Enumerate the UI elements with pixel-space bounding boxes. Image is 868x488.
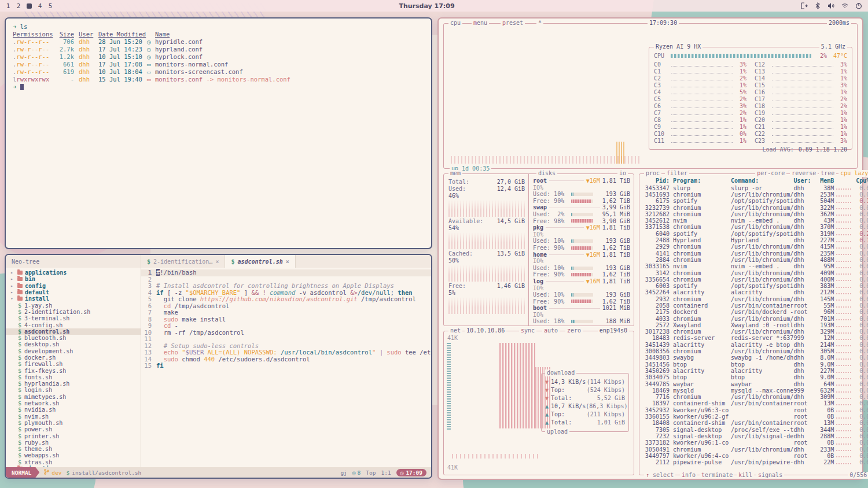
tree-item-file[interactable]: $2-identification.sh (6, 309, 141, 315)
process-row[interactable]: 3451693chromium/usr/lib/chromium/dhh253M… (643, 191, 868, 198)
tree-item-file[interactable]: $mimetypes.sh (6, 394, 141, 400)
buffer-tab[interactable]: $2-identification…× (141, 255, 225, 268)
tree-item-file[interactable]: $ruby.sh (6, 439, 141, 446)
process-row[interactable]: 3356654chromium/usr/lib/chromium/dhh400M… (643, 276, 868, 283)
volume-icon[interactable] (827, 2, 834, 9)
info-button[interactable]: info (680, 472, 697, 479)
neovim-window[interactable]: Neo-tree $2-identification…×$asdcontrol.… (5, 254, 432, 479)
auto-button[interactable]: auto (542, 327, 560, 334)
process-row[interactable]: 3450269alacrittyalacrittydhh227M0.0 (643, 368, 868, 374)
disks-panel-title[interactable]: disks (536, 170, 557, 177)
process-row[interactable]: 3034075btopbtopdhh9.0M0.0 (643, 375, 868, 381)
process-row[interactable]: 2932chromium/usr/lib/chromium/dhh145M0.0 (643, 296, 868, 302)
tree-item-folder[interactable]: ▸config (6, 283, 141, 289)
process-row[interactable]: 3371538chromium/usr/lib/chromium/dhh370M… (643, 224, 868, 231)
tree-item-file[interactable]: $plymouth.sh (6, 420, 141, 426)
process-row[interactable]: 7305signal-desktop/proc/self/exe --tdhh3… (643, 427, 868, 433)
process-row[interactable]: 7716chromium/usr/lib/chromium/dhh309M0.0 (643, 394, 868, 401)
process-row[interactable]: 3008356chromium/usr/lib/chromium/dhh305M… (643, 348, 868, 354)
tree-item-file[interactable]: $docker.sh (6, 354, 141, 361)
system-tray[interactable] (801, 2, 862, 9)
neotree-panel[interactable]: ▸applications▸bin▸config▸default▾install… (6, 268, 141, 467)
process-row[interactable]: 2572XwaylandXwayland :0 -rootldhh193M0.0 (643, 322, 868, 328)
select-hint[interactable]: ↑ select (644, 472, 675, 479)
process-row[interactable]: 3050491chromium/usr/lib/chromium/dhh233M… (643, 446, 868, 453)
terminate-button[interactable]: terminate (700, 472, 734, 479)
workspace[interactable]: 4 (38, 2, 42, 10)
close-icon[interactable]: × (286, 258, 289, 265)
per-core-toggle[interactable]: per-core (755, 170, 786, 177)
tree-item-file[interactable]: $login.sh (6, 387, 141, 393)
process-row[interactable]: 2488HyprlandHyprlanddhh227M0.1 (643, 237, 868, 243)
workspace-indicator[interactable]: 1245 (6, 2, 53, 10)
tree-item-file[interactable]: $theme.sh (6, 446, 141, 452)
process-row[interactable]: 3017238chromium/usr/lib/chromium/dhh329M… (643, 329, 868, 335)
process-row[interactable]: 3449797kworker/u96:4-coroot0B0.0 (643, 453, 868, 459)
reverse-toggle[interactable]: reverse (790, 170, 818, 177)
tree-item-file[interactable]: $hyprlandia.sh (6, 380, 141, 387)
process-row[interactable]: 18408containerd-shim/usr/bin/containerro… (643, 420, 868, 427)
sync-button[interactable]: sync (519, 327, 536, 334)
tree-item-file[interactable]: $bluetooth.sh (6, 335, 141, 341)
tree-item-file[interactable]: $xtras.sh (6, 459, 141, 465)
signals-button[interactable]: signals (756, 472, 784, 479)
power-icon[interactable] (855, 2, 862, 9)
tree-item-file[interactable]: $asdcontrol.sh (6, 328, 141, 335)
process-row[interactable]: 6003spotify/opt/spotify/spotidhh383M0.0 (643, 283, 868, 289)
tree-item-folder[interactable]: ▸applications (6, 269, 141, 276)
process-row[interactable]: 3452264alacrittyalacrittydhh212M0.0 (643, 290, 868, 296)
tree-item-file[interactable]: $3-terminal.sh (6, 315, 141, 321)
tree-item-file[interactable]: $power.sh (6, 426, 141, 432)
close-icon[interactable]: × (215, 258, 219, 265)
process-row[interactable]: 6040spotify/opt/spotify/spotidhh319M0.2 (643, 231, 868, 237)
process-list[interactable]: 3453347slurpslurp -ordhh38M0.03451693chr… (643, 185, 868, 470)
process-row[interactable]: 2175dockerd/usr/bin/dockerd -root96M0.0 (643, 309, 868, 316)
process-row[interactable]: 3451456btopbtopdhh9.0M0.0 (643, 361, 868, 368)
code-editor[interactable]: 1#!/bin/bash23# Install asdcontrol for c… (141, 268, 431, 467)
process-row[interactable]: 3360155kworker/u96:2-gfroot0B0.0 (643, 413, 868, 420)
tree-item-file[interactable]: $firewall.sh (6, 361, 141, 367)
tree-item-folder[interactable]: ▾install (6, 295, 141, 302)
process-row[interactable]: 2112pipewire-pulse/usr/bin/pipewire-dhh2… (643, 459, 868, 465)
process-row[interactable]: 7232signal-desktop/usr/lib/signal-dedhh2… (643, 433, 868, 439)
terminal-window[interactable]: ➜ ls PermissionsSizeUserDate ModifiedNam… (5, 17, 432, 249)
process-row[interactable]: 3142chromium/usr/lib/chromium/dhh409M0.0 (643, 270, 868, 276)
tree-item-file[interactable]: $1-yay.sh (6, 302, 141, 308)
btop-window[interactable]: cpu menu preset * 17:09:30 2000ms Ryzen … (437, 17, 863, 480)
process-row[interactable]: 3373182kworker/u96:1-coroot0B0.0 (643, 440, 868, 446)
menu-button[interactable]: menu (472, 20, 489, 27)
tree-item-file[interactable]: $network.sh (6, 400, 141, 406)
process-row[interactable]: 3453347slurpslurp -ordhh38M0.0 (643, 185, 868, 191)
process-row[interactable]: 3452932kworker/u96:3-coroot0B0.0 (643, 407, 868, 413)
process-row[interactable]: 6175spotify/opt/spotify/spotidhh504M0.1 (643, 198, 868, 205)
tree-item-file[interactable]: $printer.sh (6, 432, 141, 439)
update-interval[interactable]: 2000ms (827, 20, 851, 27)
workspace[interactable]: 1 (6, 2, 10, 10)
tree-toggle[interactable]: tree (819, 170, 836, 177)
tree-item-file[interactable]: $fix-fkeys.sh (6, 367, 141, 374)
process-row[interactable]: 18469mysqldmysqld --max-conne999632M0.0 (643, 387, 868, 394)
process-row[interactable]: 4141chromium/usr/lib/chromium/dhh235M0.0 (643, 250, 868, 257)
process-row[interactable]: 18483redis-serverredis-server *:63799912… (643, 335, 868, 342)
workspace[interactable]: 2 (16, 2, 21, 10)
sort-column[interactable]: cpu lazy (838, 170, 868, 177)
process-row[interactable]: 4033chromium/usr/lib/chromium/dhh701M0.0 (643, 316, 868, 322)
process-row[interactable]: 3452612nvimnvim --embed .dhh43M0.0 (643, 217, 868, 224)
process-row[interactable]: 3033165nvimnvim --embed .dhh95M0.0 (643, 264, 868, 270)
logout-icon[interactable] (801, 2, 808, 9)
interface-name[interactable]: enp194s0 (598, 327, 629, 334)
workspace-active[interactable] (27, 3, 32, 9)
tree-item-file[interactable]: $nvidia.sh (6, 406, 141, 413)
tree-item-file[interactable]: $development.sh (6, 348, 141, 354)
tree-item-file[interactable]: $nvim.sh (6, 413, 141, 420)
tree-item-folder[interactable]: ▸default (6, 289, 141, 295)
tree-item-file[interactable]: $webapps.sh (6, 452, 141, 459)
tree-item-file[interactable]: $fonts.sh (6, 374, 141, 380)
process-row[interactable]: 3451439alacrittyalacritty -e btopdhh214M… (643, 342, 868, 348)
network-icon[interactable] (841, 2, 848, 9)
tree-item-folder[interactable]: ▸bin (6, 276, 141, 282)
tree-item-file[interactable]: $desktop.sh (6, 341, 141, 347)
io-label[interactable]: io (617, 170, 628, 177)
buffer-tab[interactable]: $asdcontrol.sh× (225, 255, 295, 268)
process-row[interactable]: 3449803swaybgswaybg -i /home/dhdhh8.0M0.… (643, 355, 868, 361)
